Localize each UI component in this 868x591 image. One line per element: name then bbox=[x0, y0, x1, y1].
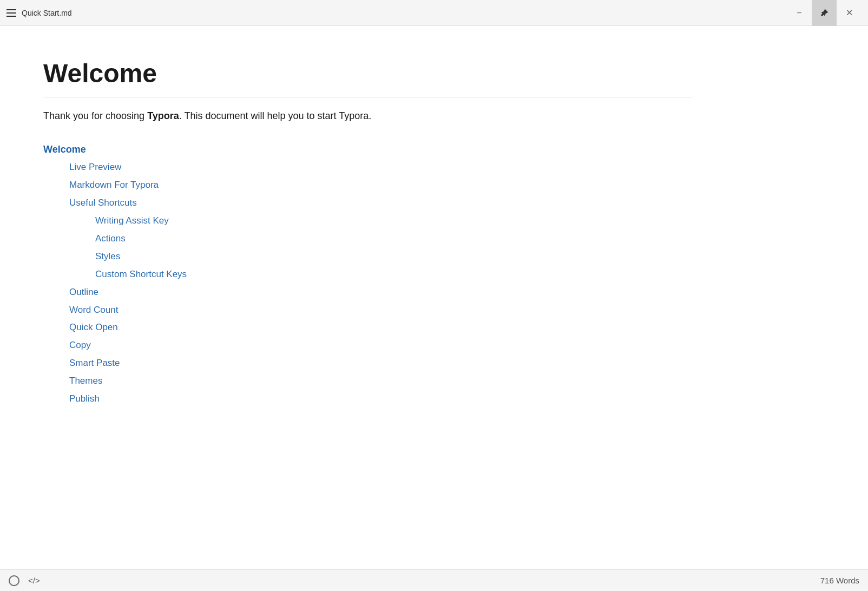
main-content: Welcome Thank you for choosing Typora. T… bbox=[0, 26, 868, 569]
toc-link-welcome[interactable]: Welcome bbox=[43, 144, 86, 155]
toc-link-copy[interactable]: Copy bbox=[69, 340, 91, 350]
pin-button[interactable] bbox=[812, 0, 837, 26]
toc-link-actions[interactable]: Actions bbox=[95, 233, 126, 244]
toc-item: Custom Shortcut Keys bbox=[43, 267, 693, 283]
toc-item: Markdown For Typora bbox=[43, 178, 693, 193]
close-button[interactable]: ✕ bbox=[837, 0, 862, 26]
menu-icon[interactable] bbox=[6, 9, 16, 17]
toc-link-smart-paste[interactable]: Smart Paste bbox=[69, 358, 120, 368]
window-title: Quick Start.md bbox=[22, 9, 72, 17]
toc-item: Actions bbox=[43, 231, 693, 247]
toc-link-live-preview[interactable]: Live Preview bbox=[69, 162, 121, 172]
toc-item: Publish bbox=[43, 391, 693, 407]
word-count-status: 716 Words bbox=[820, 576, 859, 585]
toc-item: Copy bbox=[43, 338, 693, 353]
toc-item: Styles bbox=[43, 249, 693, 265]
toc-item: Quick Open bbox=[43, 320, 693, 336]
toc-item: Useful Shortcuts bbox=[43, 195, 693, 211]
intro-paragraph: Thank you for choosing Typora. This docu… bbox=[43, 108, 693, 124]
toc-item: Smart Paste bbox=[43, 356, 693, 371]
code-view-toggle[interactable]: </> bbox=[28, 576, 40, 585]
toc-link-themes[interactable]: Themes bbox=[69, 376, 102, 386]
toc-link-custom-shortcut-keys[interactable]: Custom Shortcut Keys bbox=[95, 269, 187, 279]
toc-item: Word Count bbox=[43, 303, 693, 318]
intro-suffix: . This document will help you to start T… bbox=[179, 110, 372, 121]
content-wrapper: Welcome Thank you for choosing Typora. T… bbox=[43, 58, 693, 407]
toc-item: Writing Assist Key bbox=[43, 213, 693, 229]
toc-link-publish[interactable]: Publish bbox=[69, 393, 100, 404]
toc-link-quick-open[interactable]: Quick Open bbox=[69, 322, 118, 332]
intro-prefix: Thank you for choosing bbox=[43, 110, 147, 121]
toc-item: Themes bbox=[43, 373, 693, 389]
document-title: Welcome bbox=[43, 58, 693, 97]
brand-name: Typora bbox=[147, 110, 179, 121]
editor-area[interactable]: Welcome Thank you for choosing Typora. T… bbox=[0, 26, 868, 569]
minimize-button[interactable]: − bbox=[787, 0, 812, 26]
toc-link-styles[interactable]: Styles bbox=[95, 251, 120, 261]
toc-item: Welcome bbox=[43, 141, 693, 158]
toc-link-outline[interactable]: Outline bbox=[69, 287, 98, 297]
toc-link-writing-assist-key[interactable]: Writing Assist Key bbox=[95, 215, 169, 226]
toc-item: Live Preview bbox=[43, 160, 693, 175]
toc-link-word-count[interactable]: Word Count bbox=[69, 305, 118, 315]
status-circle-icon[interactable] bbox=[9, 575, 19, 586]
toc-link-markdown-for-typora[interactable]: Markdown For Typora bbox=[69, 180, 159, 190]
title-bar-left: Quick Start.md bbox=[6, 9, 72, 17]
status-bar: </> 716 Words bbox=[0, 569, 868, 591]
status-bar-left: </> bbox=[9, 575, 40, 586]
table-of-contents: WelcomeLive PreviewMarkdown For TyporaUs… bbox=[43, 141, 693, 407]
toc-link-useful-shortcuts[interactable]: Useful Shortcuts bbox=[69, 198, 137, 208]
toc-item: Outline bbox=[43, 285, 693, 300]
title-bar-controls: − ✕ bbox=[787, 0, 862, 26]
title-bar: Quick Start.md − ✕ bbox=[0, 0, 868, 26]
